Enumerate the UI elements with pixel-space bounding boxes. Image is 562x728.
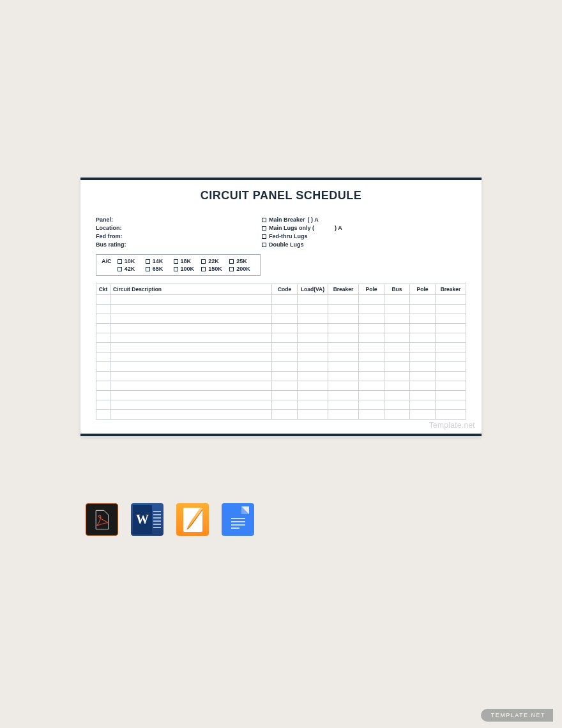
table-cell: [436, 400, 466, 410]
table-cell: [110, 381, 272, 391]
table-cell: [436, 314, 466, 324]
table-cell: [110, 295, 272, 305]
label-main-lugs-end: ) A: [335, 225, 342, 231]
checkbox-icon: [174, 267, 178, 271]
ac-opt: 150K: [208, 266, 222, 272]
table-cell: [436, 295, 466, 305]
table-cell: [384, 314, 410, 324]
table-cell: [359, 305, 384, 314]
info-left: Panel: Location: Fed from: Bus rating:: [96, 216, 224, 248]
word-lines-icon: [152, 511, 161, 528]
table-cell: [410, 295, 436, 305]
table-cell: [410, 314, 436, 324]
footer-brand: TEMPLATE: [491, 712, 529, 718]
table-cell: [272, 333, 298, 343]
table-row: [96, 324, 466, 333]
table-row: [96, 372, 466, 381]
table-cell: [298, 343, 328, 353]
table-cell: [272, 295, 298, 305]
col-code: Code: [272, 284, 298, 295]
table-cell: [384, 305, 410, 314]
table-cell: [328, 400, 359, 410]
table-row: [96, 353, 466, 362]
table-cell: [436, 343, 466, 353]
ac-row-1: A/C 10K 14K 18K 22K 25K: [102, 257, 255, 265]
table-cell: [110, 314, 272, 324]
table-cell: [272, 391, 298, 400]
table-cell: [110, 324, 272, 333]
pdf-icon[interactable]: [86, 503, 118, 536]
pen-icon: [185, 508, 202, 530]
table-cell: [359, 381, 384, 391]
table-cell: [359, 295, 384, 305]
table-cell: [410, 391, 436, 400]
checkbox-icon: [118, 267, 122, 271]
checkbox-icon: [229, 259, 234, 264]
table-cell: [359, 343, 384, 353]
table-cell: [272, 362, 298, 372]
table-row: [96, 305, 466, 314]
ac-label: A/C: [102, 258, 115, 264]
table-cell: [410, 353, 436, 362]
table-cell: [384, 353, 410, 362]
format-icons: W: [86, 503, 254, 536]
table-cell: [96, 295, 110, 305]
watermark: Template.net: [429, 421, 475, 430]
table-cell: [272, 410, 298, 420]
table-cell: [384, 295, 410, 305]
label-location: Location:: [96, 225, 224, 231]
table-cell: [359, 391, 384, 400]
table-cell: [384, 324, 410, 333]
table-cell: [359, 314, 384, 324]
doc-title: CIRCUIT PANEL SCHEDULE: [96, 189, 466, 202]
table-cell: [384, 410, 410, 420]
footer-badge[interactable]: TEMPLATE.NET: [481, 709, 553, 722]
table-row: [96, 343, 466, 353]
table-cell: [359, 410, 384, 420]
label-fed-thru: Fed-thru Lugs: [269, 233, 308, 239]
table-cell: [110, 343, 272, 353]
checkbox-icon: [201, 267, 206, 271]
table-cell: [328, 410, 359, 420]
word-icon[interactable]: W: [131, 503, 163, 536]
table-cell: [272, 372, 298, 381]
table-header-row: Ckt Circuit Description Code Load(VA) Br…: [96, 284, 466, 295]
ac-row-2: 42K 65K 100K 150K 200K: [102, 265, 255, 273]
table-cell: [359, 362, 384, 372]
table-row: [96, 400, 466, 410]
table-cell: [410, 362, 436, 372]
table-cell: [384, 343, 410, 353]
checkbox-icon: [262, 234, 266, 239]
col-desc: Circuit Description: [110, 284, 272, 295]
page-fold-icon: [241, 506, 249, 514]
google-docs-icon[interactable]: [222, 503, 254, 536]
table-cell: [410, 324, 436, 333]
checkbox-icon: [146, 267, 150, 271]
table-cell: [328, 305, 359, 314]
table-cell: [328, 314, 359, 324]
table-cell: [272, 324, 298, 333]
label-bus-rating: Bus rating:: [96, 241, 224, 248]
col-breaker: Breaker: [328, 284, 359, 295]
table-cell: [328, 362, 359, 372]
table-cell: [436, 381, 466, 391]
table-cell: [110, 362, 272, 372]
ac-opt: 18K: [181, 258, 192, 264]
table-cell: [298, 295, 328, 305]
table-cell: [436, 410, 466, 420]
table-cell: [96, 353, 110, 362]
pages-icon[interactable]: [176, 503, 209, 536]
table-cell: [436, 372, 466, 381]
table-cell: [110, 305, 272, 314]
ac-opt: 42K: [125, 266, 135, 272]
table-cell: [328, 333, 359, 343]
label-main-breaker-paren: ( ) A: [308, 216, 319, 223]
table-cell: [436, 362, 466, 372]
label-fed-from: Fed from:: [96, 233, 224, 239]
table-cell: [298, 381, 328, 391]
ac-opt: 200K: [236, 266, 250, 272]
pages-page-icon: [183, 508, 202, 532]
table-cell: [298, 372, 328, 381]
col-pole: Pole: [359, 284, 384, 295]
table-row: [96, 295, 466, 305]
